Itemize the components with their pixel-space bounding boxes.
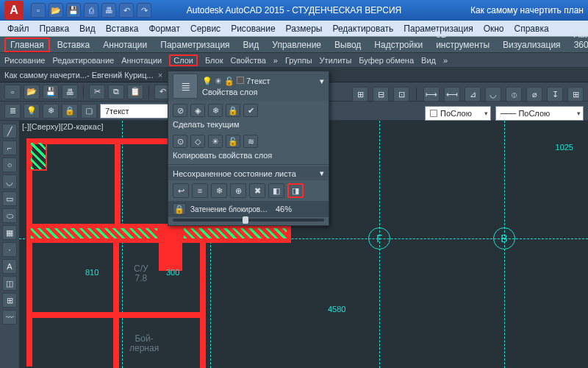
- tab-annotate[interactable]: Аннотации: [97, 38, 153, 52]
- arc-icon[interactable]: ◡: [2, 174, 17, 189]
- menu-tools[interactable]: Сервис: [190, 24, 220, 34]
- table-icon[interactable]: ⊞: [2, 293, 17, 308]
- menu-view[interactable]: Вид: [79, 24, 96, 34]
- tool-dim2-icon[interactable]: ⟻: [444, 87, 460, 102]
- layer-delete-icon[interactable]: ✖: [249, 183, 265, 198]
- menu-insert[interactable]: Вставка: [106, 24, 139, 34]
- layer-misc1-icon[interactable]: ◧: [268, 183, 284, 198]
- color-combo[interactable]: ПоСлою: [425, 106, 491, 121]
- tab-manage[interactable]: Управление: [266, 38, 327, 52]
- panel-draw[interactable]: Рисование: [4, 56, 45, 65]
- pline-icon[interactable]: ⌐: [2, 141, 17, 155]
- layer-merge-icon[interactable]: ⊕: [230, 183, 246, 198]
- tab-output[interactable]: Вывод: [329, 38, 367, 52]
- panel-block[interactable]: Блок: [205, 56, 223, 65]
- tool-copy-icon[interactable]: ⧉: [108, 85, 124, 99]
- menu-file[interactable]: Файл: [7, 24, 29, 34]
- tool-open-icon[interactable]: 📂: [24, 85, 40, 99]
- qat-plot-icon[interactable]: 🖶: [101, 3, 116, 18]
- tab-a360[interactable]: Autodesk 360: [568, 27, 588, 52]
- tool-dr3-icon[interactable]: ⊡: [393, 87, 409, 102]
- layer-freeze-icon[interactable]: ❄: [43, 104, 59, 118]
- tool-dr2-icon[interactable]: ⊟: [373, 87, 389, 102]
- point-icon[interactable]: ·: [2, 242, 17, 257]
- menu-draw[interactable]: Рисование: [231, 24, 275, 34]
- tool-dim6-icon[interactable]: ⌀: [526, 87, 542, 102]
- qat-save-icon[interactable]: 💾: [66, 3, 81, 18]
- lock-fade-slider[interactable]: [173, 219, 324, 222]
- layer-props-icon[interactable]: ≣: [4, 104, 21, 118]
- layer-on-icon[interactable]: 💡: [24, 104, 40, 118]
- text-icon[interactable]: A: [2, 259, 17, 274]
- menu-format[interactable]: Формат: [148, 24, 180, 34]
- layer-unlock-icon[interactable]: 🔓: [226, 135, 240, 148]
- panel-groups[interactable]: Группы: [285, 56, 312, 65]
- qat-redo-icon[interactable]: ↷: [137, 3, 151, 18]
- qat-new-icon[interactable]: ▫: [31, 3, 46, 18]
- menu-modify[interactable]: Редактировать: [332, 24, 393, 34]
- layer-lock-icon[interactable]: 🔒: [62, 104, 78, 118]
- qat-undo-icon[interactable]: ↶: [119, 3, 134, 18]
- tool-dim7-icon[interactable]: ↧: [547, 87, 563, 102]
- menu-edit[interactable]: Правка: [40, 24, 70, 34]
- hatch-icon[interactable]: ▦: [2, 225, 17, 240]
- tool-save-icon[interactable]: 💾: [43, 85, 59, 99]
- panel-view[interactable]: Вид: [421, 56, 436, 65]
- tool-cut-icon[interactable]: ✂: [89, 85, 105, 99]
- lock-fade-toggle-icon[interactable]: 🔒: [173, 203, 186, 215]
- layer-make-current-icon[interactable]: ✔: [243, 104, 258, 117]
- panel-utils[interactable]: Утилиты: [320, 56, 352, 65]
- layer-match-icon[interactable]: ≋: [243, 135, 258, 148]
- line-icon[interactable]: ╱: [2, 124, 17, 138]
- qat-saveas-icon[interactable]: ⎙: [84, 3, 98, 18]
- tool-dim4-icon[interactable]: ◡: [485, 87, 501, 102]
- tool-dim3-icon[interactable]: ⊿: [465, 87, 481, 102]
- tool-new-icon[interactable]: ▫: [4, 85, 21, 99]
- rect-icon[interactable]: ▭: [2, 191, 17, 206]
- qat-open-icon[interactable]: 📂: [49, 3, 63, 18]
- layer-locked-fading-icon[interactable]: ◨: [287, 183, 304, 198]
- layer-uniso-icon[interactable]: ◇: [190, 135, 205, 148]
- viewport-label[interactable]: [-][Сверху][2D-каркас]: [22, 122, 103, 131]
- menu-dimension[interactable]: Размеры: [286, 24, 323, 34]
- panel-props[interactable]: Свойства: [231, 56, 266, 65]
- tool-dr1-icon[interactable]: ⊞: [352, 87, 368, 102]
- panel-layers[interactable]: Слои: [169, 54, 198, 66]
- close-tab-icon[interactable]: ×: [158, 71, 162, 79]
- tab-render[interactable]: Визуализация: [497, 38, 567, 52]
- layer-lock2-icon[interactable]: 🔒: [226, 104, 240, 117]
- tab-home[interactable]: Главная: [4, 38, 50, 52]
- tab-addins[interactable]: Надстройки: [368, 38, 429, 52]
- layer-off-icon[interactable]: ⊘: [173, 104, 187, 117]
- panel-clipboard[interactable]: Буфер обмена: [359, 56, 414, 65]
- layer-state-dropdown[interactable]: Несохраненное состояние листа▾: [168, 166, 329, 180]
- tool-dim5-icon[interactable]: ⦶: [506, 87, 522, 102]
- ellipse-icon[interactable]: ⬭: [2, 208, 17, 223]
- layer-thaw-icon[interactable]: ☀: [208, 135, 223, 148]
- panel-more1[interactable]: »: [273, 56, 278, 65]
- layer-iso-icon[interactable]: ◈: [190, 104, 205, 117]
- make-current-label[interactable]: Сделать текущим: [173, 120, 239, 129]
- layer-color-icon[interactable]: ▢: [81, 104, 97, 118]
- app-logo[interactable]: A: [4, 1, 24, 20]
- linetype-combo[interactable]: ───ПоСлою: [495, 106, 584, 121]
- tab-insert[interactable]: Вставка: [51, 38, 96, 52]
- tool-dim1-icon[interactable]: ⟼: [423, 87, 440, 102]
- circle-icon[interactable]: ○: [2, 158, 17, 172]
- tool-paste-icon[interactable]: 📋: [127, 85, 143, 99]
- tab-view[interactable]: Вид: [237, 38, 265, 52]
- layer-vpfreeze-icon[interactable]: ❄: [211, 183, 227, 198]
- layer-on2-icon[interactable]: ⊙: [173, 135, 187, 148]
- panel-more2[interactable]: »: [443, 56, 448, 65]
- panel-annot[interactable]: Аннотации: [121, 56, 162, 65]
- layer-prev-icon[interactable]: ↩: [173, 183, 189, 198]
- tab-parametric[interactable]: Параметризация: [154, 38, 235, 52]
- tool-print-icon[interactable]: 🖶: [62, 85, 78, 99]
- tool-dim8-icon[interactable]: ⊞: [567, 87, 584, 102]
- document-tab[interactable]: Как самому начерти...- Евгений Куриц...: [4, 71, 154, 79]
- menu-help[interactable]: Справка: [514, 24, 549, 34]
- panel-modify[interactable]: Редактирование: [52, 56, 114, 65]
- region-icon[interactable]: ◫: [2, 276, 17, 291]
- tab-3d[interactable]: 3D-инструменты: [430, 27, 495, 52]
- copy-props-label[interactable]: Копировать свойства слоя: [173, 151, 272, 160]
